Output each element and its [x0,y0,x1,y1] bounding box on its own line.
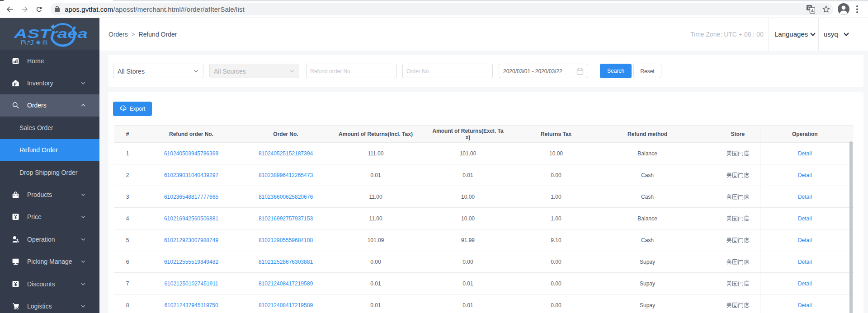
svg-text:ASTraea: ASTraea [14,27,88,41]
